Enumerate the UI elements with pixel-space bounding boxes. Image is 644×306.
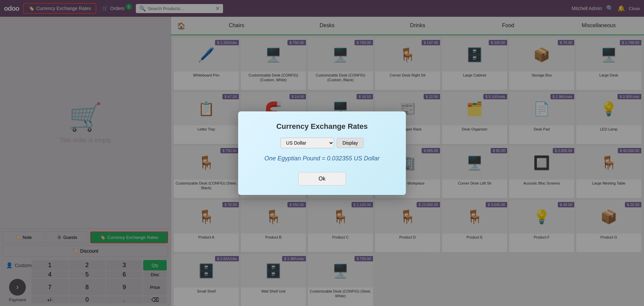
modal-display-btn[interactable]: Display <box>337 138 364 148</box>
modal-ok-btn[interactable]: Ok <box>298 172 346 186</box>
modal-rate-text: One Egyptian Pound = 0.032355 US Dollar <box>264 155 380 162</box>
modal-overlay: Currency Exchange Rates US Dollar Euro E… <box>0 0 644 306</box>
currency-select[interactable]: US Dollar Euro Egyptian Pound GBP <box>280 138 334 148</box>
modal-controls: US Dollar Euro Egyptian Pound GBP Displa… <box>280 138 364 148</box>
modal-box: Currency Exchange Rates US Dollar Euro E… <box>238 111 406 195</box>
modal-title: Currency Exchange Rates <box>276 122 368 131</box>
